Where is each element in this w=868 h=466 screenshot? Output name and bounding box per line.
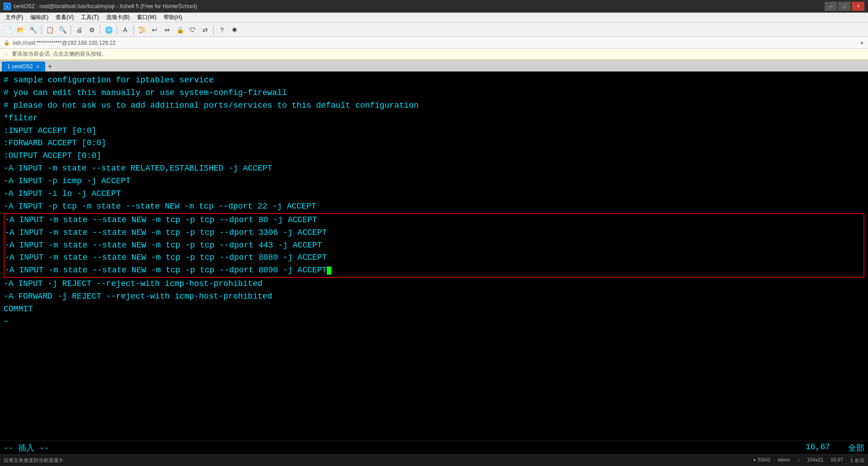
terminal-line-7: :OUTPUT ACCEPT [0:0] [4, 150, 864, 162]
help-button[interactable]: ? [216, 24, 228, 36]
add-tab-button[interactable]: + [45, 62, 55, 71]
insert-bar-right: 16,67 全部 [806, 442, 864, 453]
cursor-position: 16,67 [806, 442, 830, 453]
info-bar: ← 要添加当前会话, 点击左侧的箭头按钮. [0, 49, 868, 60]
toolbar-separator-3 [100, 25, 100, 34]
connection-icon: ● [753, 457, 756, 462]
lock-button[interactable]: 🔒 [174, 24, 186, 36]
highlighted-region: -A INPUT -m state --state NEW -m tcp -p … [4, 213, 864, 278]
status-right-group: ● SSH2 xterm ↕ 104x21 16,67 1 会话 [753, 457, 864, 464]
title-bar: X centOS2 - root@localhost:/usr/local/my… [0, 0, 868, 13]
terminal-line-14: -A INPUT -m state --state NEW -m tcp -p … [5, 239, 863, 252]
insert-bar: -- 插入 -- 16,67 全部 [0, 441, 868, 454]
terminal-cursor [327, 266, 331, 275]
tab-label: 1 centOS2 [7, 63, 33, 70]
properties-button[interactable]: 🔧 [27, 24, 39, 36]
print-button[interactable]: 🖨 [73, 24, 85, 36]
menu-file[interactable]: 文件(F) [2, 14, 27, 21]
open-button[interactable]: 📂 [14, 24, 26, 36]
protect-button[interactable]: 🛡 [187, 24, 198, 36]
toolbar-separator-6 [213, 25, 214, 34]
resize-button[interactable]: ⇔ [161, 24, 173, 36]
arrow-left-icon: ← [4, 51, 9, 57]
terminal-line-1: # sample configuration for iptables serv… [4, 74, 864, 87]
close-button[interactable]: ✕ [852, 2, 864, 11]
toolbar-separator-5 [133, 25, 134, 34]
info-text: 要添加当前会话, 点击左侧的箭头按钮. [12, 50, 103, 58]
tab-bar: 1 centOS2 ✕ + [0, 60, 868, 71]
globe-button[interactable]: 🌐 [103, 24, 114, 36]
window-controls: ─ □ ✕ [825, 2, 864, 11]
menu-window[interactable]: 窗口(W) [133, 14, 160, 21]
toolbar-separator-4 [117, 25, 117, 34]
cursor-pos: 16,67 [830, 457, 843, 464]
menu-edit[interactable]: 编辑(E) [27, 14, 52, 21]
terminal-line-9: -A INPUT -p icmp -j ACCEPT [4, 175, 864, 188]
status-bar: 仅将文本发送到当前选项卡 ● SSH2 xterm ↕ 104x21 16,67… [0, 454, 868, 466]
transfer-button[interactable]: ⇄ [199, 24, 211, 36]
app-icon: X [4, 3, 11, 10]
status-left-text: 仅将文本发送到当前选项卡 [4, 457, 63, 464]
terminal-line-15: -A INPUT -m state --state NEW -m tcp -p … [5, 252, 863, 264]
terminal-line-16: -A INPUT -m state --state NEW -m tcp -p … [5, 264, 863, 277]
terminal-line-4: *filter [4, 112, 864, 125]
toolbar-separator-2 [71, 25, 71, 34]
address-bar: 🔒 ssh://root:************@192.168.100.12… [0, 37, 868, 49]
maximize-button[interactable]: □ [838, 2, 851, 11]
minimize-button[interactable]: ─ [825, 2, 837, 11]
toolbar-separator-1 [41, 25, 42, 34]
terminal-line-6: :FORWARD ACCEPT [0:0] [4, 137, 864, 150]
terminal-line-5: :INPUT ACCEPT [0:0] [4, 125, 864, 138]
replay-button[interactable]: ↩ [149, 24, 160, 36]
terminal-line-20: ~ [4, 316, 864, 328]
address-expand[interactable]: ▼ [859, 40, 864, 46]
tab-close-icon[interactable]: ✕ [36, 64, 40, 70]
terminal-line-12: -A INPUT -m state --state NEW -m tcp -p … [5, 214, 863, 227]
terminal-line-13: -A INPUT -m state --state NEW -m tcp -p … [5, 227, 863, 239]
terminal-line-18: -A FORWARD -j REJECT --reject-with icmp-… [4, 290, 864, 303]
ssh-status: ● SSH2 [753, 457, 770, 464]
font-button[interactable]: A [119, 24, 131, 36]
menu-tools[interactable]: 工具(T) [77, 14, 102, 21]
settings-button[interactable]: ⚙ [86, 24, 98, 36]
terminal-line-19: COMMIT [4, 303, 864, 316]
terminal-line-11: -A INPUT -p tcp -m state --state NEW -m … [4, 200, 864, 213]
terminal-size: 104x21 [807, 457, 823, 464]
terminal-line-2: # you can edit this manually or use syst… [4, 87, 864, 100]
tab-centos2[interactable]: 1 centOS2 ✕ [2, 62, 45, 71]
menu-view[interactable]: 查看(V) [52, 14, 77, 21]
extra-button[interactable]: ✱ [229, 24, 241, 36]
script-button[interactable]: 📜 [136, 24, 148, 36]
address-text: ssh://root:************@192.168.100.129:… [13, 40, 116, 46]
terminal-line-8: -A INPUT -m state --state RELATED,ESTABL… [4, 162, 864, 175]
session-count: 1 会话 [850, 457, 864, 464]
terminal[interactable]: # sample configuration for iptables serv… [0, 71, 868, 441]
svg-text:X: X [6, 5, 9, 9]
window-title: centOS2 - root@localhost:/usr/local/mysq… [14, 3, 197, 10]
terminal-type: xterm [778, 457, 790, 464]
terminal-line-10: -A INPUT -i lo -j ACCEPT [4, 188, 864, 200]
terminal-line-3: # please do not ask us to add additional… [4, 100, 864, 112]
toolbar: 📄 📂 🔧 📋 🔍 🖨 ⚙ 🌐 A 📜 ↩ ⇔ 🔒 🛡 ⇄ ? ✱ [0, 23, 868, 37]
menu-help[interactable]: 帮助(H) [160, 14, 186, 21]
view-all-label: 全部 [848, 442, 864, 453]
lock-icon: 🔒 [4, 40, 10, 46]
search-button[interactable]: 🔍 [57, 24, 68, 36]
resize-arrows: ↕ [797, 457, 800, 464]
new-session-button[interactable]: 📄 [2, 24, 14, 36]
insert-mode-label: -- 插入 -- [4, 442, 49, 453]
menu-tabs[interactable]: 选项卡(B) [103, 14, 133, 21]
terminal-line-17: -A INPUT -j REJECT --reject-with icmp-ho… [4, 278, 864, 290]
copy-button[interactable]: 📋 [44, 24, 56, 36]
menu-bar: 文件(F) 编辑(E) 查看(V) 工具(T) 选项卡(B) 窗口(W) 帮助(… [0, 13, 868, 23]
